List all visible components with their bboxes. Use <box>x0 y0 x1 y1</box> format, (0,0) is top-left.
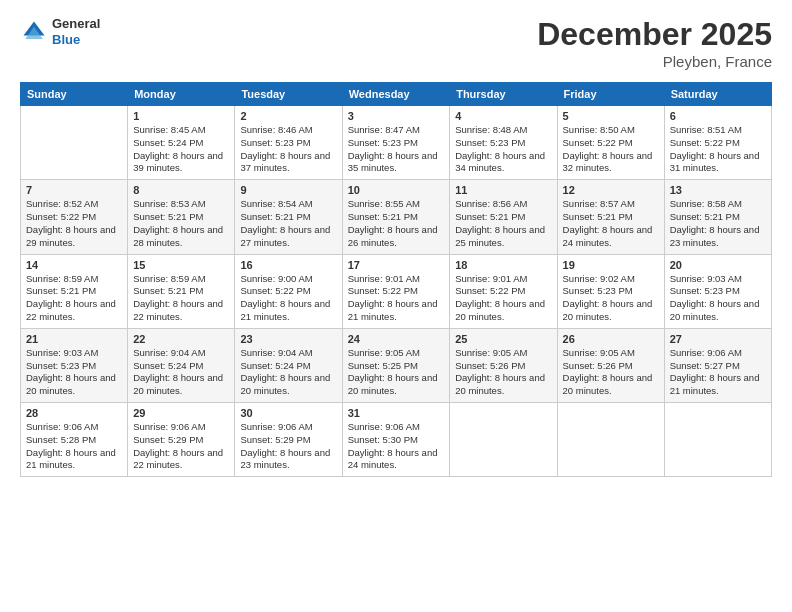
cell-w4-d6: 27Sunrise: 9:06 AMSunset: 5:27 PMDayligh… <box>664 328 771 402</box>
day-number: 17 <box>348 259 445 271</box>
day-info: Sunrise: 9:06 AMSunset: 5:29 PMDaylight:… <box>240 421 336 472</box>
week-row-1: 1Sunrise: 8:45 AMSunset: 5:24 PMDaylight… <box>21 106 772 180</box>
col-friday: Friday <box>557 83 664 106</box>
day-number: 9 <box>240 184 336 196</box>
logo-general-text: General <box>52 16 100 32</box>
day-info: Sunrise: 9:06 AMSunset: 5:30 PMDaylight:… <box>348 421 445 472</box>
col-thursday: Thursday <box>450 83 557 106</box>
day-number: 29 <box>133 407 229 419</box>
cell-w4-d2: 23Sunrise: 9:04 AMSunset: 5:24 PMDayligh… <box>235 328 342 402</box>
day-info: Sunrise: 9:01 AMSunset: 5:22 PMDaylight:… <box>455 273 551 324</box>
day-number: 26 <box>563 333 659 345</box>
cell-w3-d4: 18Sunrise: 9:01 AMSunset: 5:22 PMDayligh… <box>450 254 557 328</box>
day-number: 6 <box>670 110 766 122</box>
day-info: Sunrise: 8:54 AMSunset: 5:21 PMDaylight:… <box>240 198 336 249</box>
day-number: 20 <box>670 259 766 271</box>
day-info: Sunrise: 9:01 AMSunset: 5:22 PMDaylight:… <box>348 273 445 324</box>
day-info: Sunrise: 8:47 AMSunset: 5:23 PMDaylight:… <box>348 124 445 175</box>
title-block: December 2025 Pleyben, France <box>537 16 772 70</box>
day-number: 5 <box>563 110 659 122</box>
cell-w5-d6 <box>664 403 771 477</box>
day-number: 31 <box>348 407 445 419</box>
day-number: 14 <box>26 259 122 271</box>
day-info: Sunrise: 9:00 AMSunset: 5:22 PMDaylight:… <box>240 273 336 324</box>
cell-w2-d1: 8Sunrise: 8:53 AMSunset: 5:21 PMDaylight… <box>128 180 235 254</box>
day-info: Sunrise: 9:05 AMSunset: 5:25 PMDaylight:… <box>348 347 445 398</box>
week-row-4: 21Sunrise: 9:03 AMSunset: 5:23 PMDayligh… <box>21 328 772 402</box>
cell-w2-d6: 13Sunrise: 8:58 AMSunset: 5:21 PMDayligh… <box>664 180 771 254</box>
cell-w3-d5: 19Sunrise: 9:02 AMSunset: 5:23 PMDayligh… <box>557 254 664 328</box>
day-info: Sunrise: 9:02 AMSunset: 5:23 PMDaylight:… <box>563 273 659 324</box>
cell-w5-d1: 29Sunrise: 9:06 AMSunset: 5:29 PMDayligh… <box>128 403 235 477</box>
calendar-header-row: Sunday Monday Tuesday Wednesday Thursday… <box>21 83 772 106</box>
cell-w1-d5: 5Sunrise: 8:50 AMSunset: 5:22 PMDaylight… <box>557 106 664 180</box>
day-info: Sunrise: 9:06 AMSunset: 5:29 PMDaylight:… <box>133 421 229 472</box>
cell-w5-d5 <box>557 403 664 477</box>
cell-w5-d2: 30Sunrise: 9:06 AMSunset: 5:29 PMDayligh… <box>235 403 342 477</box>
col-tuesday: Tuesday <box>235 83 342 106</box>
day-info: Sunrise: 9:06 AMSunset: 5:27 PMDaylight:… <box>670 347 766 398</box>
cell-w5-d4 <box>450 403 557 477</box>
location: Pleyben, France <box>537 53 772 70</box>
calendar-table: Sunday Monday Tuesday Wednesday Thursday… <box>20 82 772 477</box>
day-info: Sunrise: 9:03 AMSunset: 5:23 PMDaylight:… <box>670 273 766 324</box>
col-monday: Monday <box>128 83 235 106</box>
day-info: Sunrise: 8:45 AMSunset: 5:24 PMDaylight:… <box>133 124 229 175</box>
day-number: 7 <box>26 184 122 196</box>
day-number: 10 <box>348 184 445 196</box>
cell-w1-d3: 3Sunrise: 8:47 AMSunset: 5:23 PMDaylight… <box>342 106 450 180</box>
day-number: 12 <box>563 184 659 196</box>
logo: General Blue <box>20 16 100 47</box>
day-info: Sunrise: 9:06 AMSunset: 5:28 PMDaylight:… <box>26 421 122 472</box>
day-number: 18 <box>455 259 551 271</box>
day-info: Sunrise: 8:59 AMSunset: 5:21 PMDaylight:… <box>26 273 122 324</box>
cell-w2-d5: 12Sunrise: 8:57 AMSunset: 5:21 PMDayligh… <box>557 180 664 254</box>
day-number: 27 <box>670 333 766 345</box>
day-number: 30 <box>240 407 336 419</box>
cell-w5-d3: 31Sunrise: 9:06 AMSunset: 5:30 PMDayligh… <box>342 403 450 477</box>
day-info: Sunrise: 9:03 AMSunset: 5:23 PMDaylight:… <box>26 347 122 398</box>
day-number: 21 <box>26 333 122 345</box>
day-number: 11 <box>455 184 551 196</box>
day-info: Sunrise: 8:46 AMSunset: 5:23 PMDaylight:… <box>240 124 336 175</box>
cell-w3-d0: 14Sunrise: 8:59 AMSunset: 5:21 PMDayligh… <box>21 254 128 328</box>
day-info: Sunrise: 8:59 AMSunset: 5:21 PMDaylight:… <box>133 273 229 324</box>
cell-w2-d4: 11Sunrise: 8:56 AMSunset: 5:21 PMDayligh… <box>450 180 557 254</box>
cell-w4-d1: 22Sunrise: 9:04 AMSunset: 5:24 PMDayligh… <box>128 328 235 402</box>
page-container: General Blue December 2025 Pleyben, Fran… <box>0 0 792 487</box>
cell-w4-d4: 25Sunrise: 9:05 AMSunset: 5:26 PMDayligh… <box>450 328 557 402</box>
day-number: 1 <box>133 110 229 122</box>
cell-w2-d2: 9Sunrise: 8:54 AMSunset: 5:21 PMDaylight… <box>235 180 342 254</box>
day-number: 8 <box>133 184 229 196</box>
day-info: Sunrise: 9:05 AMSunset: 5:26 PMDaylight:… <box>563 347 659 398</box>
day-info: Sunrise: 8:48 AMSunset: 5:23 PMDaylight:… <box>455 124 551 175</box>
week-row-5: 28Sunrise: 9:06 AMSunset: 5:28 PMDayligh… <box>21 403 772 477</box>
day-number: 3 <box>348 110 445 122</box>
day-number: 25 <box>455 333 551 345</box>
cell-w4-d3: 24Sunrise: 9:05 AMSunset: 5:25 PMDayligh… <box>342 328 450 402</box>
day-number: 28 <box>26 407 122 419</box>
cell-w2-d0: 7Sunrise: 8:52 AMSunset: 5:22 PMDaylight… <box>21 180 128 254</box>
day-info: Sunrise: 9:05 AMSunset: 5:26 PMDaylight:… <box>455 347 551 398</box>
cell-w3-d2: 16Sunrise: 9:00 AMSunset: 5:22 PMDayligh… <box>235 254 342 328</box>
day-number: 16 <box>240 259 336 271</box>
cell-w1-d0 <box>21 106 128 180</box>
cell-w2-d3: 10Sunrise: 8:55 AMSunset: 5:21 PMDayligh… <box>342 180 450 254</box>
cell-w1-d1: 1Sunrise: 8:45 AMSunset: 5:24 PMDaylight… <box>128 106 235 180</box>
day-number: 23 <box>240 333 336 345</box>
day-info: Sunrise: 8:50 AMSunset: 5:22 PMDaylight:… <box>563 124 659 175</box>
col-saturday: Saturday <box>664 83 771 106</box>
day-info: Sunrise: 8:58 AMSunset: 5:21 PMDaylight:… <box>670 198 766 249</box>
day-info: Sunrise: 8:53 AMSunset: 5:21 PMDaylight:… <box>133 198 229 249</box>
cell-w1-d4: 4Sunrise: 8:48 AMSunset: 5:23 PMDaylight… <box>450 106 557 180</box>
day-number: 24 <box>348 333 445 345</box>
logo-blue-text: Blue <box>52 32 100 48</box>
cell-w1-d6: 6Sunrise: 8:51 AMSunset: 5:22 PMDaylight… <box>664 106 771 180</box>
cell-w3-d3: 17Sunrise: 9:01 AMSunset: 5:22 PMDayligh… <box>342 254 450 328</box>
day-number: 19 <box>563 259 659 271</box>
cell-w3-d6: 20Sunrise: 9:03 AMSunset: 5:23 PMDayligh… <box>664 254 771 328</box>
week-row-3: 14Sunrise: 8:59 AMSunset: 5:21 PMDayligh… <box>21 254 772 328</box>
cell-w5-d0: 28Sunrise: 9:06 AMSunset: 5:28 PMDayligh… <box>21 403 128 477</box>
calendar-body: 1Sunrise: 8:45 AMSunset: 5:24 PMDaylight… <box>21 106 772 477</box>
cell-w4-d5: 26Sunrise: 9:05 AMSunset: 5:26 PMDayligh… <box>557 328 664 402</box>
